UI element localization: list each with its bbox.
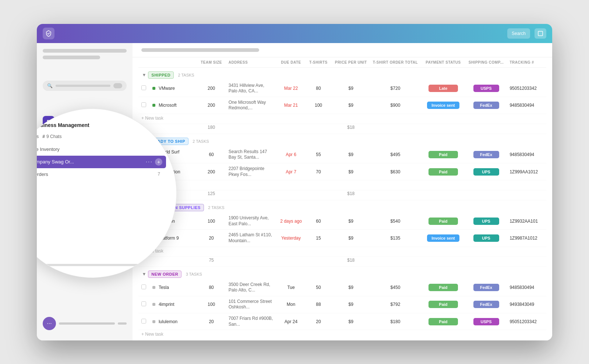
table-row[interactable]: Microsoft 200 One Microsoft Way Redmond,… — [138, 97, 546, 114]
spotlight-bar1 — [37, 264, 152, 266]
table-row[interactable]: lululemon 20 7007 Friars Rd #900B, San..… — [138, 313, 546, 330]
table-row[interactable]: Platform 9 20 2465 Latham St #110, Mount… — [138, 230, 546, 247]
row-team: 200 — [197, 80, 226, 97]
row-total: $495 — [370, 146, 421, 163]
group-label-new-order: NEW ORDER — [148, 271, 181, 278]
sum-team: 75 — [197, 257, 226, 266]
new-task-row[interactable]: + New task — [138, 247, 546, 257]
table-row[interactable]: Playstation 200 2207 Bridgepointe Pkwy F… — [138, 163, 546, 180]
row-price: $9 — [332, 146, 370, 163]
new-task-cell[interactable]: + New task — [138, 330, 546, 340]
new-task-row[interactable]: + New task — [138, 180, 546, 190]
group-label-cell: ▾ NEW ORDER 3 TASKS — [138, 266, 546, 279]
row-price: $9 — [332, 313, 370, 330]
row-checkbox[interactable] — [138, 80, 149, 97]
table-row[interactable]: Amazon 100 1900 University Ave, East Pal… — [138, 213, 546, 230]
spotlight-office-section[interactable]: 📁 Office Inventory — [37, 144, 166, 154]
table-row[interactable]: Tesla 80 3500 Deer Creek Rd, Palo Alto, … — [138, 279, 546, 296]
row-team: 200 — [197, 163, 226, 180]
row-tracking: 9485830494 — [507, 279, 546, 296]
new-task-cell[interactable]: + New task — [138, 114, 546, 124]
row-tshirts: 50 — [305, 279, 332, 296]
spotlight-add-button[interactable]: + — [155, 158, 162, 166]
row-payment: Paid — [421, 146, 466, 163]
row-tracking: 1Z999AA1012 — [507, 163, 546, 180]
new-task-cell[interactable]: + New task — [138, 247, 546, 257]
row-name: lululemon — [149, 313, 197, 330]
table-row[interactable]: VMware 200 3431 Hillview Ave, Palo Alto,… — [138, 80, 546, 97]
spotlight-active-item[interactable]: 📋 Company Swag Or... ··· + — [37, 156, 166, 168]
row-payment: Paid — [421, 213, 466, 230]
sum-empty4 — [277, 124, 305, 134]
spotlight-orders[interactable]: ✦ Orders 7 — [37, 170, 166, 179]
new-task-row[interactable]: + New task — [138, 114, 546, 124]
sum-price: $18 — [332, 124, 370, 134]
row-address: 3500 Deer Creek Rd, Palo Alto, C... — [226, 279, 277, 296]
row-tshirts: 20 — [305, 313, 332, 330]
chat-bubble-icon[interactable]: ··· — [43, 317, 56, 330]
row-total: $900 — [370, 97, 421, 114]
row-address: 101 Commerce Street Oshkosh... — [226, 296, 277, 313]
sum-team: 125 — [197, 190, 226, 200]
row-team: 200 — [197, 97, 226, 114]
new-task-cell[interactable]: + New task — [138, 180, 546, 190]
row-due: Mar 21 — [277, 97, 305, 114]
sum-empty8 — [466, 340, 507, 340]
col-header-payment: PAYMENT STATUS — [421, 57, 466, 68]
sum-empty7 — [421, 124, 466, 134]
table-row[interactable]: 4imprint 100 101 Commerce Street Oshkosh… — [138, 296, 546, 313]
row-team: 100 — [197, 213, 226, 230]
spotlight-chats[interactable]: # 9 Chats — [42, 134, 61, 139]
sum-empty7 — [421, 257, 466, 266]
collapse-button-shipped[interactable]: ▾ — [141, 72, 147, 78]
row-checkbox[interactable] — [138, 313, 149, 330]
row-checkbox[interactable] — [138, 97, 149, 114]
row-carrier: UPS — [466, 163, 507, 180]
row-payment: Paid — [421, 313, 466, 330]
row-address: 7007 Friars Rd #900B, San... — [226, 313, 277, 330]
row-price: $9 — [332, 230, 370, 247]
row-checkbox[interactable] — [138, 279, 149, 296]
sum-empty5 — [305, 124, 332, 134]
spotlight-options-dots[interactable]: ··· — [146, 159, 153, 165]
row-payment: Paid — [421, 163, 466, 180]
sum-empty4 — [277, 190, 305, 200]
group-tasks-new-order: 3 TASKS — [186, 272, 202, 276]
group-row-ready: ▾ READY TO SHIP 2 TASKS — [138, 134, 546, 146]
sum-empty9 — [507, 257, 546, 266]
sum-empty8 — [466, 190, 507, 200]
search-button[interactable]: Search — [507, 28, 530, 39]
sidebar-bottom-dots — [118, 322, 127, 325]
group-label-cell: ▾ SHIPPED 2 TASKS — [138, 67, 546, 80]
collapse-button-new-order[interactable]: ▾ — [141, 271, 147, 277]
new-task-row[interactable]: + New task — [138, 330, 546, 340]
row-name: VMware — [149, 80, 197, 97]
row-due: Mar 22 — [277, 80, 305, 97]
row-address: 2207 Bridgepointe Pkwy Fos... — [226, 163, 277, 180]
maximize-button[interactable] — [535, 28, 546, 39]
sum-empty9 — [507, 340, 546, 340]
row-due: Apr 7 — [277, 163, 305, 180]
row-tshirts: 70 — [305, 163, 332, 180]
row-tracking: 9485830494 — [507, 97, 546, 114]
row-total: $630 — [370, 163, 421, 180]
col-header-price: PRICE PER UNIT — [332, 57, 370, 68]
row-carrier: FedEx — [466, 279, 507, 296]
task-dot — [152, 303, 155, 306]
group-tasks-shipped: 2 TASKS — [178, 73, 194, 77]
row-total: $792 — [370, 296, 421, 313]
row-name: Tesla — [149, 279, 197, 296]
search-icon: 🔍 — [47, 83, 53, 88]
row-checkbox[interactable] — [138, 296, 149, 313]
row-tracking: 1Z9987A1012 — [507, 230, 546, 247]
spotlight-docs[interactable]: 📄 3 Docs — [37, 134, 39, 139]
row-team: 20 — [197, 230, 226, 247]
sum-empty3 — [226, 190, 277, 200]
sum-empty6 — [370, 124, 421, 134]
summary-row: 125 $18 — [138, 190, 546, 200]
table-wrapper: TEAM SIZE ADDRESS DUE DATE T-SHIRTS PRIC… — [133, 57, 552, 340]
sum-team: 180 — [197, 124, 226, 134]
summary-row: 180 $18 — [138, 124, 546, 134]
table-row[interactable]: World Surf League 60 Search Results 147 … — [138, 146, 546, 163]
row-payment: Invoice sent — [421, 97, 466, 114]
